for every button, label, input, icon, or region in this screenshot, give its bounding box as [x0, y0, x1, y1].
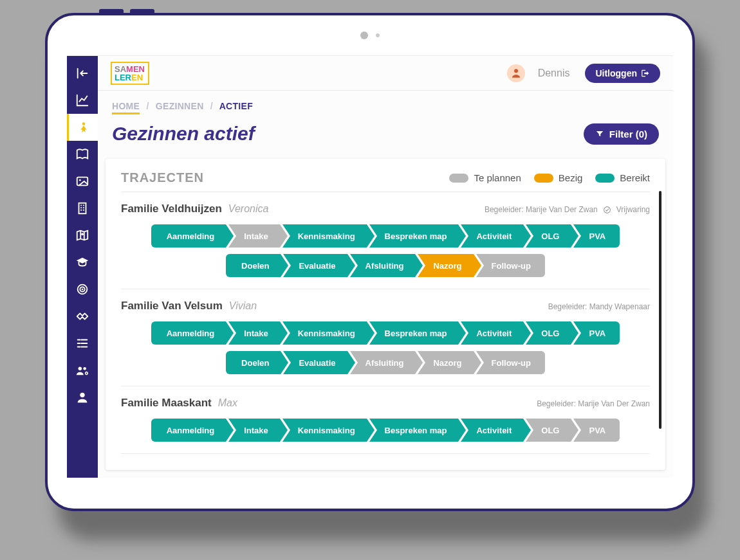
legend-pill-busy [534, 174, 553, 183]
topbar: SAMEN LEREN Dennis Uitloggen [98, 56, 673, 91]
stage-label: Afsluiting [365, 358, 404, 368]
sidebar-item-user[interactable] [67, 384, 98, 411]
sidebar-item-target[interactable] [67, 276, 98, 303]
family-sub: Max [218, 397, 237, 409]
family-sub: Veronica [228, 203, 269, 215]
stage-olg[interactable]: OLG [526, 419, 571, 442]
stage-label: Nazorg [433, 358, 461, 368]
sidebar-item-handshake[interactable] [67, 303, 98, 330]
stage-label: Bespreken map [385, 329, 447, 338]
image-icon [75, 174, 89, 188]
family-name[interactable]: Familie Veldhuijzen [121, 203, 222, 215]
stage-kennismaking[interactable]: Kennismaking [282, 419, 367, 442]
stage-bespreken-map[interactable]: Bespreken map [369, 224, 459, 248]
stage-label: Intake [244, 329, 268, 338]
stage-label: Aanmelding [167, 426, 214, 435]
avatar[interactable] [507, 64, 525, 82]
family-name[interactable]: Familie Van Velsum [121, 300, 223, 312]
crumb-actief: ACTIEF [219, 101, 253, 111]
stage-label: PVA [589, 329, 606, 338]
tablet-frame: SAMEN LEREN Dennis Uitloggen HOME / [45, 13, 695, 511]
stage-label: Aanmelding [167, 329, 214, 338]
stage-pva[interactable]: PVA [573, 224, 620, 248]
crumb-home[interactable]: HOME [112, 101, 140, 114]
stage-label: PVA [589, 231, 606, 241]
collapse-icon [75, 66, 89, 80]
stage-evaluatie[interactable]: Evaluatie [283, 254, 347, 277]
stage-pva[interactable]: PVA [573, 419, 620, 442]
stage-intake[interactable]: Intake [228, 321, 280, 345]
stage-label: PVA [589, 426, 606, 435]
stage-evaluatie[interactable]: Evaluatie [283, 351, 347, 374]
stage-bespreken-map[interactable]: Bespreken map [369, 419, 459, 442]
stage-activiteit[interactable]: Activiteit [461, 321, 523, 345]
stage-row: AanmeldingIntakeKennismakingBespreken ma… [121, 419, 650, 442]
scrollbar[interactable] [659, 191, 661, 429]
sidebar-item-book[interactable] [67, 141, 98, 168]
stage-follow-up[interactable]: Follow-up [476, 254, 545, 277]
sidebar-item-graduation[interactable] [67, 249, 98, 276]
user-name: Dennis [538, 68, 570, 79]
stage-activiteit[interactable]: Activiteit [461, 419, 523, 442]
stage-intake[interactable]: Intake [228, 224, 280, 248]
stage-afsluiting[interactable]: Afsluiting [350, 351, 416, 374]
breadcrumb: HOME / GEZINNEN / ACTIEF [98, 91, 673, 114]
stage-label: Kennismaking [298, 329, 355, 338]
building-icon [75, 201, 89, 215]
stage-label: Aanmelding [167, 231, 214, 241]
stage-bespreken-map[interactable]: Bespreken map [369, 321, 459, 345]
stage-label: Doelen [241, 358, 269, 368]
sidebar-item-list[interactable] [67, 330, 98, 357]
stage-label: Intake [244, 231, 268, 241]
stage-afsluiting[interactable]: Afsluiting [350, 254, 416, 277]
stage-row: AanmeldingIntakeKennismakingBespreken ma… [121, 321, 650, 345]
stage-doelen[interactable]: Doelen [226, 254, 281, 277]
stage-follow-up[interactable]: Follow-up [476, 351, 545, 374]
stage-label: Follow-up [492, 358, 531, 368]
app-screen: SAMEN LEREN Dennis Uitloggen HOME / [67, 55, 673, 478]
stage-label: Bespreken map [385, 426, 447, 435]
stage-row: AanmeldingIntakeKennismakingBespreken ma… [121, 224, 650, 248]
svg-point-2 [79, 179, 81, 181]
crumb-gezinnen[interactable]: GEZINNEN [156, 101, 204, 111]
stage-label: Activiteit [476, 231, 512, 241]
stage-label: Kennismaking [298, 426, 355, 435]
logout-button[interactable]: Uitloggen [585, 64, 660, 83]
svg-point-9 [83, 367, 86, 370]
stage-activiteit[interactable]: Activiteit [461, 224, 523, 248]
stage-kennismaking[interactable]: Kennismaking [282, 224, 367, 248]
stage-aanmelding[interactable]: Aanmelding [151, 419, 226, 442]
stage-doelen[interactable]: Doelen [226, 351, 281, 374]
stage-label: Doelen [241, 261, 269, 271]
stage-row: DoelenEvaluatieAfsluitingNazorgFollow-up [121, 254, 650, 277]
sidebar-item-group-settings[interactable] [67, 357, 98, 384]
stage-nazorg[interactable]: Nazorg [418, 351, 473, 374]
vrijwaring-label: Vrijwaring [616, 205, 650, 214]
family-meta: Begeleider: Marije Van Der Zwan Vrijwari… [485, 205, 650, 214]
filter-icon [595, 129, 604, 138]
stage-olg[interactable]: OLG [526, 224, 571, 248]
filter-button[interactable]: Filter (0) [584, 123, 659, 145]
begeleider-label: Begeleider: Marije Van Der Zwan [485, 205, 598, 214]
sidebar-item-image[interactable] [67, 168, 98, 195]
sidebar [67, 56, 98, 478]
stage-olg[interactable]: OLG [526, 321, 571, 345]
stage-aanmelding[interactable]: Aanmelding [151, 321, 226, 345]
sidebar-item-building[interactable] [67, 195, 98, 222]
card-title: TRAJECTEN [121, 170, 204, 185]
stage-intake[interactable]: Intake [228, 419, 280, 442]
group-settings-icon [75, 363, 89, 377]
stage-nazorg[interactable]: Nazorg [418, 254, 473, 277]
legend: Te plannen Bezig Bereikt [449, 172, 650, 183]
family-block: Familie Van VelsumVivianBegeleider: Mand… [121, 289, 650, 386]
logo[interactable]: SAMEN LEREN [111, 62, 149, 85]
sidebar-item-map[interactable] [67, 222, 98, 249]
stage-kennismaking[interactable]: Kennismaking [282, 321, 367, 345]
sidebar-item-collapse[interactable] [67, 60, 98, 87]
main-area: SAMEN LEREN Dennis Uitloggen HOME / [98, 56, 673, 478]
family-name[interactable]: Familie Maaskant [121, 397, 212, 410]
stage-aanmelding[interactable]: Aanmelding [151, 224, 226, 248]
sidebar-item-chart[interactable] [67, 87, 98, 114]
stage-pva[interactable]: PVA [573, 321, 620, 345]
sidebar-item-person[interactable] [67, 114, 98, 141]
